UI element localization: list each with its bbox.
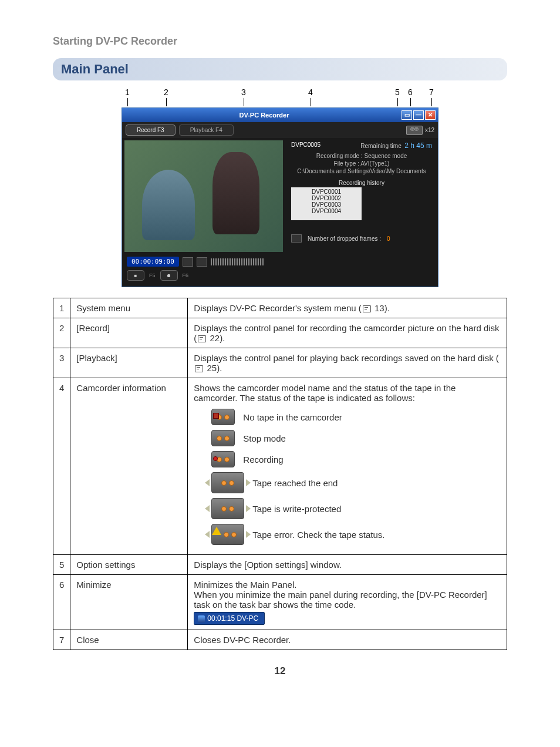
chip-icon (198, 615, 205, 622)
cell-desc: Displays DV-PC Recorder's system menu ( … (188, 298, 507, 318)
status-label: Tape reached the end (252, 478, 338, 488)
status-label: Tape is write-protected (252, 504, 341, 514)
status-label: Stop mode (243, 433, 286, 443)
table-row: 3 [Playback] Displays the control panel … (53, 348, 507, 378)
cell-num: 3 (53, 348, 70, 378)
record-button[interactable]: ⏺ (160, 270, 178, 281)
level-meter (211, 258, 264, 265)
callout-5: 5 (395, 88, 400, 97)
cell-name: Camcorder information (70, 378, 188, 555)
cell-num: 4 (53, 378, 70, 555)
cell-desc: Shows the camcorder model name and the s… (188, 378, 507, 555)
cell-desc: Displays the control panel for recording… (188, 318, 507, 348)
page-header: Starting DV-PC Recorder (53, 35, 507, 48)
video-preview (124, 140, 283, 252)
disc-icon[interactable] (183, 257, 193, 267)
table-row: 7 Close Closes DV-PC Recorder. (53, 630, 507, 650)
cell-desc: Displays the control panel for playing b… (188, 348, 507, 378)
cell-num: 6 (53, 575, 70, 630)
stop-button[interactable]: ■ (127, 270, 144, 281)
f6-label: F6 (183, 272, 189, 278)
callout-4: 4 (308, 88, 313, 97)
desc-text: 22). (207, 333, 225, 343)
status-tape-error-icon (211, 524, 244, 545)
history-item: DVPC0001 (294, 189, 359, 195)
meta-path: C:\Documents and Settings\Video\My Docum… (291, 167, 432, 175)
table-row: 4 Camcorder information Shows the camcor… (53, 378, 507, 555)
tape-mult: x12 (425, 127, 434, 133)
options-icon[interactable]: ▭ (402, 110, 412, 120)
cell-name: System menu (70, 298, 188, 318)
status-label: No tape in the camcorder (243, 412, 342, 422)
cell-num: 1 (53, 298, 70, 318)
callout-3: 3 (241, 88, 246, 97)
cell-num: 7 (53, 630, 70, 650)
status-recording-icon (211, 451, 235, 467)
cell-name: [Playback] (70, 348, 188, 378)
desc-text: Minimizes the Main Panel. When you minim… (194, 580, 501, 610)
status-no-tape-icon (211, 409, 235, 425)
cell-desc: Displays the [Option settings] window. (188, 555, 507, 575)
remaining-label: Remaining time (360, 143, 401, 149)
history-list[interactable]: DVPC0001 DVPC0002 DVPC0003 DVPC0004 (291, 187, 362, 220)
figure: 1 2 3 4 5 6 7 DV-PC Recorder ▭ — ✕ Recor… (53, 88, 507, 287)
history-item: DVPC0003 (294, 201, 359, 208)
table-row: 2 [Record] Displays the control panel fo… (53, 318, 507, 348)
status-label: Tape error. Check the tape status. (252, 530, 384, 540)
cell-desc: Minimizes the Main Panel. When you minim… (188, 575, 507, 630)
titlebar: DV-PC Recorder ▭ — ✕ (122, 108, 438, 122)
desc-text: Displays the control panel for recording… (194, 323, 499, 343)
callout-numbers: 1 2 3 4 5 6 7 (122, 88, 438, 107)
cell-name: [Record] (70, 318, 188, 348)
page-ref-icon (195, 365, 203, 372)
tape-icon: ◎◎ (406, 126, 423, 135)
dropped-value: 0 (387, 235, 390, 242)
callout-6: 6 (408, 88, 413, 97)
cell-name: Minimize (70, 575, 188, 630)
cell-num: 2 (53, 318, 70, 348)
minimize-icon[interactable]: — (413, 110, 424, 120)
page-ref-icon (363, 305, 371, 312)
desc-intro: Shows the camcorder model name and the s… (194, 383, 501, 403)
history-item: DVPC0004 (294, 208, 359, 214)
remaining-value: 2 h 45 m (404, 142, 432, 150)
page-number: 12 (53, 665, 507, 677)
status-tape-end-icon (211, 472, 244, 493)
desc-text: 25). (204, 363, 222, 373)
desc-text: 13). (372, 303, 390, 313)
history-label: Recording history (291, 180, 432, 186)
f5-label: F5 (149, 272, 156, 278)
status-stop-icon (211, 430, 235, 446)
tape-info: ◎◎ x12 (406, 126, 434, 135)
section-title: Main Panel (53, 58, 507, 80)
chip-label: 00:01:15 DV-PC (207, 614, 258, 622)
bottom-controls: 00:00:09:00 ■ F5 ⏺ F6 (122, 254, 438, 287)
status-label: Recording (243, 455, 283, 465)
status-write-protected-icon (211, 498, 244, 519)
cell-desc: Closes DV-PC Recorder. (188, 630, 507, 650)
timecode: 00:00:09:00 (127, 257, 179, 267)
tab-playback[interactable]: Playback F4 (179, 124, 234, 136)
window-title: DV-PC Recorder (124, 112, 400, 119)
table-row: 1 System menu Displays DV-PC Recorder's … (53, 298, 507, 318)
table-row: 6 Minimize Minimizes the Main Panel. Whe… (53, 575, 507, 630)
callout-7: 7 (429, 88, 434, 97)
tab-record[interactable]: Record F3 (126, 124, 176, 136)
meta-filetype: File type : AVI(Type1) (291, 160, 432, 167)
cell-num: 5 (53, 555, 70, 575)
history-item: DVPC0002 (294, 195, 359, 201)
close-icon[interactable]: ✕ (425, 110, 436, 120)
dropped-label: Number of dropped frames : (308, 235, 381, 242)
side-panel: DVPC0005 Remaining time 2 h 45 m Recordi… (285, 138, 438, 254)
play-icon[interactable] (291, 234, 302, 243)
desc-text: Displays DV-PC Recorder's system menu ( (194, 303, 361, 313)
taskbar-chip: 00:01:15 DV-PC (194, 612, 265, 625)
callout-1: 1 (125, 88, 130, 97)
app-window: DV-PC Recorder ▭ — ✕ Record F3 Playback … (122, 107, 438, 287)
current-file: DVPC0005 (291, 142, 321, 150)
cell-name: Option settings (70, 555, 188, 575)
nav-icon[interactable] (197, 257, 207, 267)
cell-name: Close (70, 630, 188, 650)
callout-2: 2 (164, 88, 168, 97)
desc-text: Displays the control panel for playing b… (194, 353, 498, 363)
